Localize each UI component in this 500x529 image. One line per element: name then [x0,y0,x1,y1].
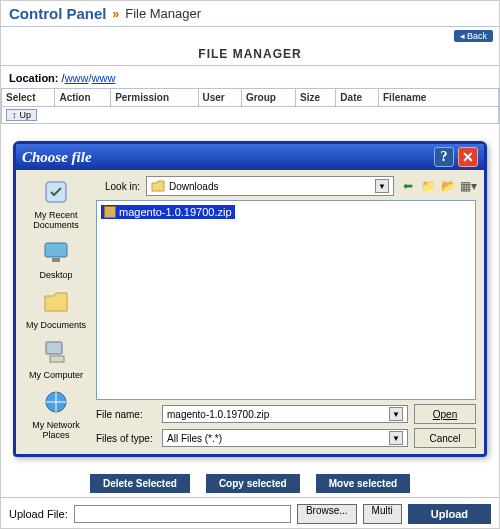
footer: Delete Selected Copy selected Move selec… [1,470,499,528]
back-label: Back [467,31,487,41]
upload-button[interactable]: Upload [408,504,491,524]
sidebar-item-desktop[interactable]: Desktop [39,236,72,280]
file-table: Select Action Permission User Group Size… [1,88,499,124]
filter-label: Files of type: [96,433,156,444]
upload-path-input[interactable] [74,505,291,523]
places-sidebar: My Recent Documents Desktop My Documents… [16,170,96,454]
multi-button[interactable]: Multi [363,504,402,524]
back-icon: ◂ [460,31,465,41]
dialog-title: Choose file [22,149,92,166]
sidebar-item-label: My Documents [26,320,86,330]
col-size[interactable]: Size [296,89,336,107]
sidebar-item-label: Desktop [39,270,72,280]
move-selected-button[interactable]: Move selected [316,474,410,493]
new-folder-icon[interactable]: 📂 [440,178,456,194]
zip-icon [104,206,116,218]
sidebar-item-label: My Recent Documents [18,210,94,230]
breadcrumb-bar: Control Panel » File Manager [1,1,499,27]
file-chooser-dialog: Choose file ? ✕ My Recent Documents Desk… [13,141,487,457]
col-permission[interactable]: Permission [111,89,198,107]
folder-icon [40,286,72,318]
file-item-selected[interactable]: magento-1.0.19700.zip [101,205,235,219]
table-row-up: Up [2,107,499,124]
breadcrumb-current: File Manager [125,6,201,21]
up-folder-icon[interactable]: 📁 [420,178,436,194]
svg-rect-2 [52,258,60,262]
folder-icon [151,179,165,193]
sidebar-item-mycomp[interactable]: My Computer [29,336,83,380]
computer-icon [40,336,72,368]
back-button[interactable]: ◂ Back [454,30,493,42]
location-label: Location: [9,72,59,84]
col-filename[interactable]: Filename [379,89,499,107]
browse-button[interactable]: Browse... [297,504,357,524]
location-part-0[interactable]: www [65,72,89,84]
col-select[interactable]: Select [2,89,55,107]
file-list[interactable]: magento-1.0.19700.zip [96,200,476,400]
upload-label: Upload File: [9,508,68,520]
filename-label: File name: [96,409,156,420]
page-title: FILE MANAGER [1,45,499,66]
sidebar-item-mydocs[interactable]: My Documents [26,286,86,330]
back-row: ◂ Back [1,27,499,45]
help-button[interactable]: ? [434,147,454,167]
close-button[interactable]: ✕ [458,147,478,167]
sidebar-item-label: My Computer [29,370,83,380]
breadcrumb-sep: » [113,7,120,21]
view-menu-icon[interactable]: ▦▾ [460,178,476,194]
breadcrumb-root[interactable]: Control Panel [9,5,107,22]
file-name: magento-1.0.19700.zip [119,206,232,218]
cancel-button[interactable]: Cancel [414,428,476,448]
chevron-down-icon[interactable]: ▼ [389,407,403,421]
sidebar-item-recent[interactable]: My Recent Documents [18,176,94,230]
delete-selected-button[interactable]: Delete Selected [90,474,190,493]
filename-input[interactable]: magento-1.0.19700.zip ▼ [162,405,408,423]
col-group[interactable]: Group [241,89,295,107]
col-user[interactable]: User [198,89,241,107]
desktop-icon [40,236,72,268]
table-header-row: Select Action Permission User Group Size… [2,89,499,107]
filter-select[interactable]: All Files (*.*) ▼ [162,429,408,447]
copy-selected-button[interactable]: Copy selected [206,474,300,493]
col-date[interactable]: Date [336,89,379,107]
chevron-down-icon[interactable]: ▼ [389,431,403,445]
lookin-select[interactable]: Downloads ▼ [146,176,394,196]
network-icon [40,386,72,418]
svg-rect-1 [45,243,67,257]
up-button[interactable]: Up [6,109,37,121]
location-part-1[interactable]: www [92,72,116,84]
svg-rect-3 [46,342,62,354]
location-bar: Location: /www/www [1,66,499,88]
nav-back-icon[interactable]: ⬅ [400,178,416,194]
recent-icon [40,176,72,208]
filename-value: magento-1.0.19700.zip [167,409,269,420]
sidebar-item-label: My Network Places [18,420,94,440]
chevron-down-icon[interactable]: ▼ [375,179,389,193]
col-action[interactable]: Action [55,89,111,107]
sidebar-item-network[interactable]: My Network Places [18,386,94,440]
lookin-value: Downloads [169,181,218,192]
svg-rect-4 [50,356,64,362]
dialog-titlebar[interactable]: Choose file ? ✕ [16,144,484,170]
filter-value: All Files (*.*) [167,433,222,444]
open-button[interactable]: Open [414,404,476,424]
lookin-label: Look in: [96,181,140,192]
